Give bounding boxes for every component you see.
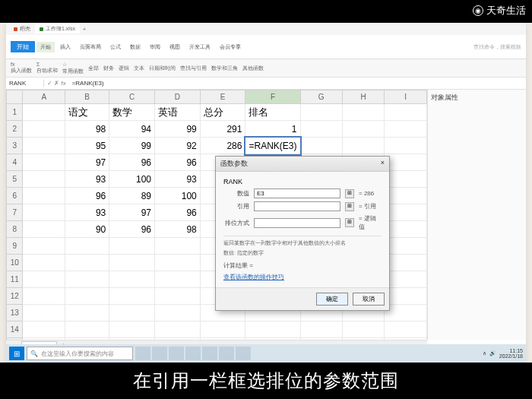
cell[interactable]: 96 bbox=[65, 188, 109, 204]
col-D[interactable]: D bbox=[155, 90, 201, 104]
menu-dev[interactable]: 开发工具 bbox=[185, 42, 214, 52]
cell[interactable]: 89 bbox=[109, 188, 155, 204]
fx-icon[interactable]: ✓ ✗ fx bbox=[44, 80, 69, 87]
formula-input[interactable]: =RANK(E3) bbox=[69, 80, 526, 87]
tray-icon[interactable]: 🔊 bbox=[489, 350, 496, 356]
arg-order-input[interactable] bbox=[254, 218, 340, 228]
cell[interactable]: 排名 bbox=[245, 104, 300, 121]
taskbar-app-icon[interactable] bbox=[135, 347, 150, 360]
cell[interactable]: 100 bbox=[155, 188, 201, 204]
col-A[interactable]: A bbox=[23, 90, 65, 104]
arg-ref-input[interactable] bbox=[254, 201, 340, 211]
menu-layout[interactable]: 页面布局 bbox=[76, 42, 105, 52]
range-select-icon[interactable]: ⊞ bbox=[345, 202, 354, 211]
cell[interactable]: 1 bbox=[245, 121, 300, 138]
cell[interactable]: 90 bbox=[65, 221, 109, 238]
fn-other[interactable]: 其他函数 bbox=[242, 65, 264, 72]
cell[interactable]: 97 bbox=[109, 204, 155, 221]
cell[interactable]: 99 bbox=[155, 121, 201, 138]
cell[interactable]: 92 bbox=[155, 138, 201, 154]
fn-text[interactable]: 文本 bbox=[134, 65, 144, 72]
watermark-text: 天奇生活 bbox=[486, 4, 526, 17]
arg-number-result: = 286 bbox=[359, 190, 382, 197]
fn-all[interactable]: 全部 bbox=[88, 65, 99, 72]
compass-icon: ◉ bbox=[473, 5, 483, 16]
taskbar-app-icon[interactable] bbox=[152, 347, 167, 360]
range-select-icon[interactable]: ⊞ bbox=[345, 218, 354, 227]
col-I[interactable]: I bbox=[385, 90, 427, 104]
clock-date[interactable]: 2022/1/18 bbox=[499, 353, 523, 359]
arg-order-result: = 逻辑值 bbox=[359, 214, 382, 231]
clock-time[interactable]: 11:15 bbox=[499, 348, 523, 353]
col-H[interactable]: H bbox=[342, 90, 384, 104]
fn-logic[interactable]: 逻辑 bbox=[119, 65, 129, 72]
function-args-dialog: 函数参数 × RANK 数值 ⊞ = 286 引用 ⊞ = 引用 排位方式 ⊞ … bbox=[215, 156, 390, 311]
help-link[interactable]: 查看该函数的操作技巧 bbox=[223, 273, 382, 281]
cell[interactable]: 99 bbox=[109, 138, 155, 154]
fn-insert-label[interactable]: fx插入函数 bbox=[11, 62, 32, 74]
active-cell[interactable]: =RANK(E3) bbox=[245, 138, 300, 154]
fn-date[interactable]: 日期和时间 bbox=[149, 65, 176, 72]
close-icon[interactable]: × bbox=[381, 159, 385, 169]
cell[interactable]: 93 bbox=[65, 204, 109, 221]
menu-insert[interactable]: 插入 bbox=[56, 42, 74, 52]
cell[interactable]: 96 bbox=[109, 221, 155, 238]
cell[interactable]: 总分 bbox=[200, 104, 245, 121]
autosum-label[interactable]: Σ自动求和 bbox=[36, 62, 58, 74]
ribbon-search[interactable]: 查找命令，搜索模板 bbox=[473, 43, 521, 51]
menu-data[interactable]: 数据 bbox=[126, 42, 144, 52]
cell[interactable]: 数学 bbox=[109, 104, 155, 121]
cell[interactable]: 100 bbox=[109, 171, 155, 188]
fn-finance[interactable]: 财务 bbox=[103, 65, 114, 72]
tab-file2[interactable]: 工作簿1.xlsx bbox=[35, 24, 80, 33]
cell[interactable]: 93 bbox=[65, 171, 109, 188]
cell[interactable]: 291 bbox=[200, 121, 245, 138]
cell[interactable]: 96 bbox=[155, 204, 201, 221]
cell[interactable]: 98 bbox=[155, 221, 201, 238]
menu-file[interactable]: 开始 bbox=[11, 41, 35, 52]
taskbar-app-icon[interactable] bbox=[219, 347, 234, 360]
cancel-button[interactable]: 取消 bbox=[353, 293, 385, 306]
fn-math[interactable]: 数学和三角 bbox=[211, 65, 238, 72]
windows-taskbar: ⊞ 🔍在这里输入你要搜索的内容 ∧ 🔊 11:15 2022/1/18 bbox=[6, 344, 526, 363]
arg-number-input[interactable] bbox=[254, 188, 340, 198]
menu-view[interactable]: 视图 bbox=[166, 42, 184, 52]
fn-lookup[interactable]: 查找与引用 bbox=[180, 65, 207, 72]
menu-review[interactable]: 审阅 bbox=[146, 42, 164, 52]
col-G[interactable]: G bbox=[300, 90, 342, 104]
cell[interactable]: 94 bbox=[109, 121, 155, 138]
menu-formula[interactable]: 公式 bbox=[106, 42, 125, 52]
taskbar-app-icon[interactable] bbox=[236, 347, 251, 360]
menu-home[interactable]: 开始 bbox=[36, 42, 55, 52]
start-button[interactable]: ⊞ bbox=[9, 347, 24, 360]
formula-bar: RANK ✓ ✗ fx =RANK(E3) bbox=[6, 78, 526, 90]
calc-result: 计算结果 = bbox=[223, 261, 382, 270]
col-C[interactable]: C bbox=[109, 90, 155, 104]
col-E[interactable]: E bbox=[200, 90, 245, 104]
col-B[interactable]: B bbox=[65, 90, 109, 104]
taskbar-search[interactable]: 🔍在这里输入你要搜索的内容 bbox=[27, 347, 133, 360]
cell[interactable]: 语文 bbox=[65, 104, 109, 121]
menu-member[interactable]: 会员专享 bbox=[216, 42, 245, 52]
select-all-corner[interactable] bbox=[7, 90, 23, 104]
cell[interactable]: 97 bbox=[65, 154, 109, 171]
taskbar-app-icon[interactable] bbox=[169, 347, 184, 360]
cell[interactable]: 98 bbox=[65, 121, 109, 138]
cell[interactable]: 93 bbox=[155, 171, 201, 188]
cell[interactable]: 96 bbox=[109, 154, 155, 171]
cell[interactable]: 286 bbox=[200, 138, 245, 154]
tray-icon[interactable]: ∧ bbox=[483, 350, 486, 356]
ok-button[interactable]: 确定 bbox=[316, 293, 348, 306]
taskbar-app-icon[interactable] bbox=[202, 347, 217, 360]
tab-add-icon[interactable]: + bbox=[80, 27, 89, 32]
desktop-screen: 稻壳 工作簿1.xlsx + 开始 开始 插入 页面布局 公式 数据 审阅 视图… bbox=[6, 23, 526, 363]
name-box[interactable]: RANK bbox=[6, 80, 44, 87]
cell[interactable]: 95 bbox=[65, 138, 109, 154]
tab-file1[interactable]: 稻壳 bbox=[9, 24, 35, 33]
range-select-icon[interactable]: ⊞ bbox=[345, 189, 354, 198]
taskbar-app-icon[interactable] bbox=[185, 347, 201, 360]
fn-recent[interactable]: ☆常用函数 bbox=[62, 62, 84, 75]
cell[interactable]: 英语 bbox=[155, 104, 201, 121]
col-F[interactable]: F bbox=[245, 90, 300, 104]
cell[interactable]: 96 bbox=[155, 154, 201, 171]
